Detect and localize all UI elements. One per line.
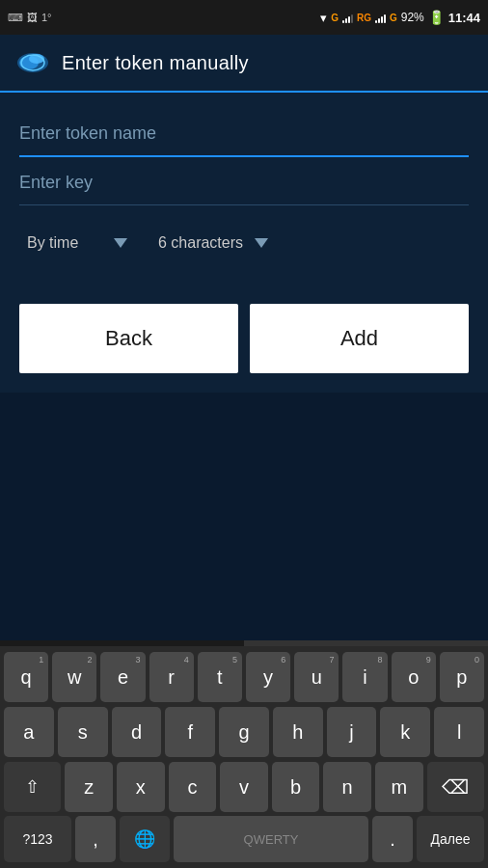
keyboard-top-bar — [0, 640, 488, 646]
key-f[interactable]: f — [165, 707, 215, 757]
key-comma[interactable]: , — [75, 816, 116, 862]
key-s[interactable]: s — [58, 707, 108, 757]
key-globe[interactable]: 🌐 — [120, 816, 170, 862]
keyboard-row-3: ⇧ z x c v b n m ⌫ — [4, 762, 484, 812]
key-input[interactable] — [19, 165, 469, 201]
keyboard-rows: q1 w2 e3 r4 t5 y6 u7 i8 o9 p0 a s d f g … — [0, 646, 488, 816]
key-123[interactable]: ?123 — [4, 816, 71, 862]
key-i[interactable]: i8 — [342, 652, 387, 702]
wifi-icon: ▾ — [320, 11, 327, 25]
dropdowns-row: By time 6 characters — [19, 221, 469, 265]
key-b[interactable]: b — [272, 762, 320, 812]
signal-bars — [342, 12, 353, 23]
key-z[interactable]: z — [65, 762, 113, 812]
app-header: Enter token manually — [0, 35, 488, 93]
key-y[interactable]: y6 — [246, 652, 290, 702]
status-bar: ⌨ 🖼 1° ▾ G RG G 92% 🔋 11:44 — [0, 0, 488, 35]
status-right: ▾ G RG G 92% 🔋 11:44 — [320, 10, 480, 25]
key-p[interactable]: p0 — [440, 652, 484, 702]
key-n[interactable]: n — [323, 762, 371, 812]
characters-dropdown-label: 6 characters — [158, 234, 243, 252]
status-bar-left: ⌨ 🖼 1° — [8, 12, 52, 24]
key-v[interactable]: v — [220, 762, 268, 812]
signal-g2-icon: G — [390, 13, 397, 23]
key-h[interactable]: h — [273, 707, 323, 757]
time-dropdown[interactable]: By time — [19, 229, 135, 258]
key-period[interactable]: . — [372, 816, 413, 862]
key-c[interactable]: c — [169, 762, 217, 812]
main-content: By time 6 characters Back Add — [0, 93, 488, 393]
notification-icon: 1° — [41, 12, 52, 23]
image-icon: 🖼 — [27, 12, 38, 23]
battery-icon: 🔋 — [428, 10, 445, 25]
backspace-key[interactable]: ⌫ — [427, 762, 484, 812]
key-k[interactable]: k — [380, 707, 430, 757]
shift-key[interactable]: ⇧ — [4, 762, 61, 812]
keyboard: q1 w2 e3 r4 t5 y6 u7 i8 o9 p0 a s d f g … — [0, 640, 488, 868]
key-l[interactable]: l — [434, 707, 484, 757]
key-x[interactable]: x — [117, 762, 165, 812]
key-d[interactable]: d — [112, 707, 162, 757]
time-dropdown-arrow — [114, 238, 127, 248]
key-q[interactable]: q1 — [4, 652, 48, 702]
keyboard-icon: ⌨ — [8, 12, 23, 24]
token-name-field[interactable] — [19, 116, 469, 157]
key-g[interactable]: g — [219, 707, 269, 757]
buttons-row: Back Add — [19, 304, 469, 373]
key-u[interactable]: u7 — [294, 652, 339, 702]
back-button[interactable]: Back — [19, 304, 238, 373]
app-logo — [15, 49, 50, 76]
app-title: Enter token manually — [62, 52, 249, 74]
keyboard-row-2: a s d f g h j k l — [4, 707, 484, 757]
key-r[interactable]: r4 — [149, 652, 194, 702]
key-w[interactable]: w2 — [52, 652, 96, 702]
keyboard-row-1: q1 w2 e3 r4 t5 y6 u7 i8 o9 p0 — [4, 652, 484, 702]
key-m[interactable]: m — [375, 762, 423, 812]
characters-dropdown[interactable]: 6 characters — [150, 229, 276, 258]
key-dalee[interactable]: Далее — [417, 816, 484, 862]
add-button[interactable]: Add — [250, 304, 469, 373]
key-e[interactable]: e3 — [100, 652, 145, 702]
token-name-input[interactable] — [19, 116, 469, 151]
keyboard-bottom-row: ?123 , 🌐 QWERTY . Далее — [0, 816, 488, 868]
characters-dropdown-arrow — [255, 238, 268, 248]
key-j[interactable]: j — [327, 707, 377, 757]
key-a[interactable]: a — [4, 707, 54, 757]
rg-icon: RG — [357, 13, 371, 23]
time-display: 11:44 — [448, 11, 480, 25]
time-dropdown-label: By time — [27, 234, 102, 252]
key-field[interactable] — [19, 165, 469, 205]
battery-text: 92% — [401, 11, 424, 24]
signal-bars-2 — [375, 12, 386, 23]
key-space[interactable]: QWERTY — [174, 816, 368, 862]
key-t[interactable]: t5 — [198, 652, 242, 702]
signal-g-icon: G — [331, 13, 339, 23]
key-o[interactable]: o9 — [392, 652, 436, 702]
